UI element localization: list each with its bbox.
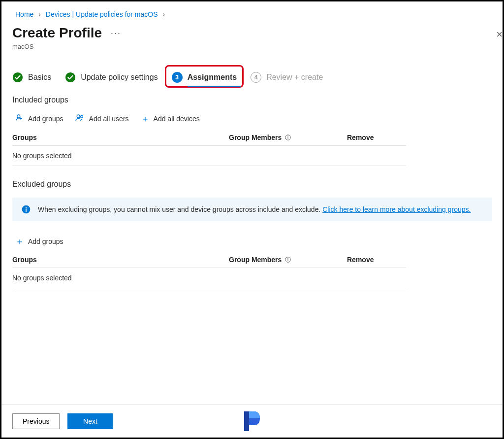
col-members: Group Members — [229, 134, 347, 141]
col-remove: Remove — [347, 256, 406, 264]
col-members: Group Members — [229, 256, 347, 264]
included-empty-row: No groups selected — [12, 146, 406, 166]
breadcrumb: Home › Devices | Update policies for mac… — [12, 7, 492, 25]
page-subtitle: macOS — [12, 43, 492, 50]
included-table: Groups Group Members Remove No groups se… — [12, 130, 406, 166]
included-groups-heading: Included groups — [12, 96, 492, 104]
add-all-devices-button[interactable]: ＋ Add all devices — [141, 114, 200, 123]
add-groups-button[interactable]: Add groups — [15, 113, 63, 124]
step-label: Basics — [28, 73, 51, 82]
brand-logo-icon — [242, 409, 262, 433]
add-all-users-button[interactable]: Add all users — [75, 113, 129, 124]
chevron-right-icon: › — [35, 10, 44, 18]
svg-point-10 — [26, 207, 27, 208]
step-number-icon: 4 — [251, 72, 261, 83]
included-actions: Add groups Add all users ＋ Add all devic… — [12, 111, 492, 130]
breadcrumb-devices[interactable]: Devices | Update policies for macOS — [46, 10, 158, 18]
people-icon — [75, 113, 85, 124]
action-label: Add all devices — [154, 115, 200, 123]
check-circle-icon — [65, 72, 76, 83]
svg-point-3 — [77, 115, 80, 118]
step-update-policy[interactable]: Update policy settings — [65, 72, 158, 83]
plus-icon: ＋ — [15, 237, 24, 246]
svg-point-13 — [288, 258, 288, 259]
excluded-groups-heading: Excluded groups — [12, 180, 492, 189]
action-label: Add groups — [28, 115, 63, 123]
svg-point-4 — [80, 115, 83, 118]
col-groups: Groups — [12, 256, 229, 264]
breadcrumb-home[interactable]: Home — [15, 10, 33, 18]
col-groups: Groups — [12, 134, 229, 141]
learn-more-link[interactable]: Click here to learn more about excluding… — [322, 205, 471, 213]
svg-point-7 — [288, 136, 288, 136]
action-label: Add all users — [89, 115, 129, 123]
info-icon[interactable] — [284, 134, 291, 141]
plus-icon: ＋ — [141, 114, 150, 123]
more-menu-icon[interactable]: ··· — [111, 28, 121, 38]
add-groups-button[interactable]: ＋ Add groups — [15, 237, 63, 246]
info-text: When excluding groups, you cannot mix us… — [38, 205, 471, 213]
previous-button[interactable]: Previous — [12, 413, 60, 429]
chevron-right-icon: › — [159, 10, 168, 18]
person-add-icon — [15, 113, 24, 124]
svg-rect-14 — [244, 411, 249, 431]
step-label: Update policy settings — [81, 73, 158, 82]
check-circle-icon — [12, 72, 23, 83]
page-title: Create Profile — [12, 25, 102, 41]
next-button[interactable]: Next — [67, 413, 113, 429]
excluded-table: Groups Group Members Remove No groups se… — [12, 252, 406, 288]
step-number-icon: 3 — [172, 72, 183, 83]
excluded-empty-row: No groups selected — [12, 268, 406, 288]
wizard-steps: Basics Update policy settings 3 Assignme… — [12, 72, 492, 83]
step-label: Assignments — [188, 73, 237, 82]
close-icon[interactable]: × — [496, 28, 503, 41]
col-remove: Remove — [347, 134, 406, 141]
info-icon — [21, 204, 31, 214]
step-basics[interactable]: Basics — [12, 72, 51, 83]
step-label: Review + create — [266, 73, 323, 82]
excluded-actions: ＋ Add groups — [12, 235, 492, 252]
svg-point-2 — [17, 115, 20, 118]
step-review-create: 4 Review + create — [251, 72, 323, 83]
info-icon[interactable] — [284, 256, 291, 263]
info-banner: When excluding groups, you cannot mix us… — [12, 198, 492, 221]
svg-rect-9 — [26, 208, 27, 212]
step-assignments[interactable]: 3 Assignments — [172, 72, 237, 83]
action-label: Add groups — [28, 237, 63, 245]
